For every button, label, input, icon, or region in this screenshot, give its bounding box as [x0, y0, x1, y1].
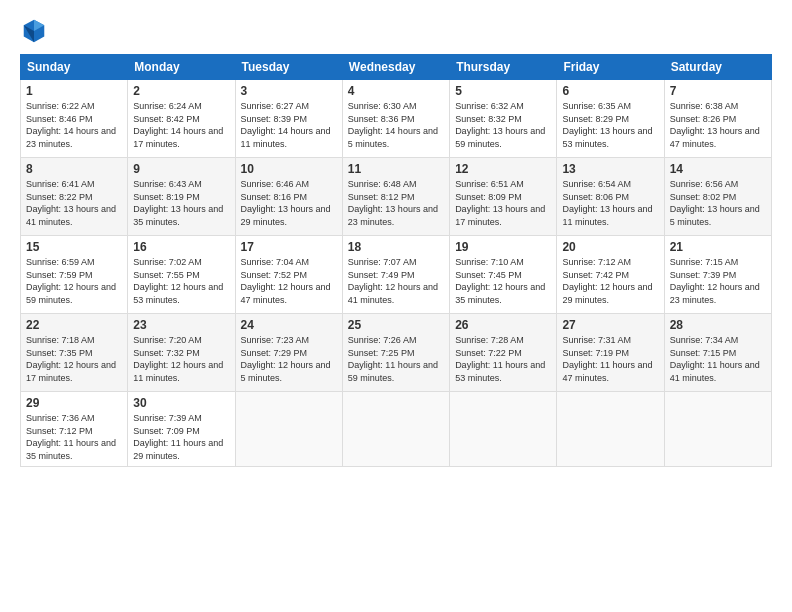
day-info: Sunrise: 7:23 AMSunset: 7:29 PMDaylight:… [241, 335, 331, 383]
day-info: Sunrise: 6:54 AMSunset: 8:06 PMDaylight:… [562, 179, 652, 227]
day-info: Sunrise: 7:07 AMSunset: 7:49 PMDaylight:… [348, 257, 438, 305]
day-info: Sunrise: 6:46 AMSunset: 8:16 PMDaylight:… [241, 179, 331, 227]
calendar-cell: 12 Sunrise: 6:51 AMSunset: 8:09 PMDaylig… [450, 158, 557, 236]
day-number: 9 [133, 162, 229, 176]
calendar-cell: 17 Sunrise: 7:04 AMSunset: 7:52 PMDaylig… [235, 236, 342, 314]
day-number: 29 [26, 396, 122, 410]
day-number: 18 [348, 240, 444, 254]
day-info: Sunrise: 7:10 AMSunset: 7:45 PMDaylight:… [455, 257, 545, 305]
day-info: Sunrise: 7:15 AMSunset: 7:39 PMDaylight:… [670, 257, 760, 305]
day-number: 22 [26, 318, 122, 332]
day-number: 20 [562, 240, 658, 254]
calendar-cell: 13 Sunrise: 6:54 AMSunset: 8:06 PMDaylig… [557, 158, 664, 236]
calendar: SundayMondayTuesdayWednesdayThursdayFrid… [20, 54, 772, 467]
calendar-cell: 16 Sunrise: 7:02 AMSunset: 7:55 PMDaylig… [128, 236, 235, 314]
calendar-cell: 26 Sunrise: 7:28 AMSunset: 7:22 PMDaylig… [450, 314, 557, 392]
day-number: 11 [348, 162, 444, 176]
day-number: 30 [133, 396, 229, 410]
day-number: 3 [241, 84, 337, 98]
calendar-cell: 2 Sunrise: 6:24 AMSunset: 8:42 PMDayligh… [128, 80, 235, 158]
day-number: 13 [562, 162, 658, 176]
calendar-week-row: 29 Sunrise: 7:36 AMSunset: 7:12 PMDaylig… [21, 392, 772, 467]
day-number: 10 [241, 162, 337, 176]
calendar-cell: 1 Sunrise: 6:22 AMSunset: 8:46 PMDayligh… [21, 80, 128, 158]
day-number: 17 [241, 240, 337, 254]
day-info: Sunrise: 7:12 AMSunset: 7:42 PMDaylight:… [562, 257, 652, 305]
calendar-cell: 21 Sunrise: 7:15 AMSunset: 7:39 PMDaylig… [664, 236, 771, 314]
day-info: Sunrise: 6:22 AMSunset: 8:46 PMDaylight:… [26, 101, 116, 149]
day-info: Sunrise: 6:48 AMSunset: 8:12 PMDaylight:… [348, 179, 438, 227]
day-info: Sunrise: 6:56 AMSunset: 8:02 PMDaylight:… [670, 179, 760, 227]
calendar-cell: 11 Sunrise: 6:48 AMSunset: 8:12 PMDaylig… [342, 158, 449, 236]
day-number: 5 [455, 84, 551, 98]
day-info: Sunrise: 7:34 AMSunset: 7:15 PMDaylight:… [670, 335, 760, 383]
calendar-cell: 22 Sunrise: 7:18 AMSunset: 7:35 PMDaylig… [21, 314, 128, 392]
calendar-cell: 25 Sunrise: 7:26 AMSunset: 7:25 PMDaylig… [342, 314, 449, 392]
day-number: 21 [670, 240, 766, 254]
day-number: 24 [241, 318, 337, 332]
calendar-header-wednesday: Wednesday [342, 55, 449, 80]
day-info: Sunrise: 6:41 AMSunset: 8:22 PMDaylight:… [26, 179, 116, 227]
calendar-cell: 30 Sunrise: 7:39 AMSunset: 7:09 PMDaylig… [128, 392, 235, 467]
day-info: Sunrise: 6:24 AMSunset: 8:42 PMDaylight:… [133, 101, 223, 149]
day-number: 16 [133, 240, 229, 254]
calendar-cell: 23 Sunrise: 7:20 AMSunset: 7:32 PMDaylig… [128, 314, 235, 392]
calendar-header-monday: Monday [128, 55, 235, 80]
calendar-header-saturday: Saturday [664, 55, 771, 80]
calendar-cell [664, 392, 771, 467]
logo-icon [20, 16, 48, 44]
header [20, 16, 772, 44]
calendar-cell: 18 Sunrise: 7:07 AMSunset: 7:49 PMDaylig… [342, 236, 449, 314]
day-info: Sunrise: 7:04 AMSunset: 7:52 PMDaylight:… [241, 257, 331, 305]
day-number: 23 [133, 318, 229, 332]
calendar-header-row: SundayMondayTuesdayWednesdayThursdayFrid… [21, 55, 772, 80]
calendar-week-row: 8 Sunrise: 6:41 AMSunset: 8:22 PMDayligh… [21, 158, 772, 236]
day-info: Sunrise: 7:26 AMSunset: 7:25 PMDaylight:… [348, 335, 438, 383]
calendar-cell: 20 Sunrise: 7:12 AMSunset: 7:42 PMDaylig… [557, 236, 664, 314]
day-info: Sunrise: 6:59 AMSunset: 7:59 PMDaylight:… [26, 257, 116, 305]
calendar-cell: 9 Sunrise: 6:43 AMSunset: 8:19 PMDayligh… [128, 158, 235, 236]
day-info: Sunrise: 7:18 AMSunset: 7:35 PMDaylight:… [26, 335, 116, 383]
day-info: Sunrise: 7:28 AMSunset: 7:22 PMDaylight:… [455, 335, 545, 383]
day-info: Sunrise: 6:32 AMSunset: 8:32 PMDaylight:… [455, 101, 545, 149]
day-info: Sunrise: 6:27 AMSunset: 8:39 PMDaylight:… [241, 101, 331, 149]
day-info: Sunrise: 6:43 AMSunset: 8:19 PMDaylight:… [133, 179, 223, 227]
day-info: Sunrise: 7:39 AMSunset: 7:09 PMDaylight:… [133, 413, 223, 461]
logo [20, 16, 52, 44]
day-number: 27 [562, 318, 658, 332]
day-number: 1 [26, 84, 122, 98]
calendar-cell [557, 392, 664, 467]
calendar-cell [235, 392, 342, 467]
day-info: Sunrise: 6:30 AMSunset: 8:36 PMDaylight:… [348, 101, 438, 149]
day-number: 25 [348, 318, 444, 332]
calendar-cell: 10 Sunrise: 6:46 AMSunset: 8:16 PMDaylig… [235, 158, 342, 236]
day-info: Sunrise: 6:51 AMSunset: 8:09 PMDaylight:… [455, 179, 545, 227]
calendar-cell: 24 Sunrise: 7:23 AMSunset: 7:29 PMDaylig… [235, 314, 342, 392]
day-number: 28 [670, 318, 766, 332]
day-number: 6 [562, 84, 658, 98]
calendar-cell: 27 Sunrise: 7:31 AMSunset: 7:19 PMDaylig… [557, 314, 664, 392]
calendar-cell [342, 392, 449, 467]
calendar-header-thursday: Thursday [450, 55, 557, 80]
calendar-cell [450, 392, 557, 467]
day-number: 15 [26, 240, 122, 254]
day-info: Sunrise: 6:35 AMSunset: 8:29 PMDaylight:… [562, 101, 652, 149]
day-info: Sunrise: 6:38 AMSunset: 8:26 PMDaylight:… [670, 101, 760, 149]
calendar-cell: 3 Sunrise: 6:27 AMSunset: 8:39 PMDayligh… [235, 80, 342, 158]
calendar-cell: 28 Sunrise: 7:34 AMSunset: 7:15 PMDaylig… [664, 314, 771, 392]
day-number: 14 [670, 162, 766, 176]
calendar-week-row: 22 Sunrise: 7:18 AMSunset: 7:35 PMDaylig… [21, 314, 772, 392]
day-number: 12 [455, 162, 551, 176]
day-number: 8 [26, 162, 122, 176]
day-number: 7 [670, 84, 766, 98]
day-number: 26 [455, 318, 551, 332]
day-number: 4 [348, 84, 444, 98]
calendar-header-friday: Friday [557, 55, 664, 80]
calendar-cell: 14 Sunrise: 6:56 AMSunset: 8:02 PMDaylig… [664, 158, 771, 236]
page: SundayMondayTuesdayWednesdayThursdayFrid… [0, 0, 792, 612]
day-info: Sunrise: 7:36 AMSunset: 7:12 PMDaylight:… [26, 413, 116, 461]
calendar-cell: 4 Sunrise: 6:30 AMSunset: 8:36 PMDayligh… [342, 80, 449, 158]
calendar-header-tuesday: Tuesday [235, 55, 342, 80]
calendar-cell: 5 Sunrise: 6:32 AMSunset: 8:32 PMDayligh… [450, 80, 557, 158]
calendar-cell: 7 Sunrise: 6:38 AMSunset: 8:26 PMDayligh… [664, 80, 771, 158]
